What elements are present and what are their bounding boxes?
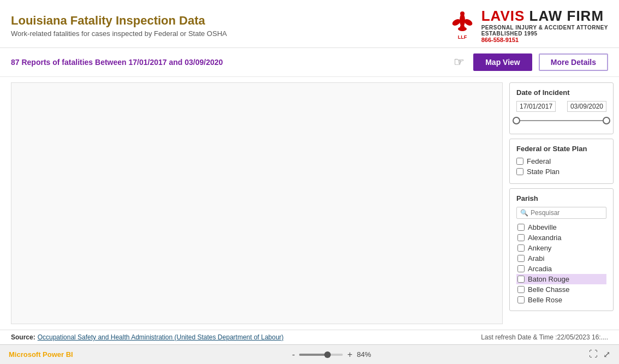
federal-checkbox-row: Federal bbox=[516, 157, 606, 165]
zoom-slider-fill bbox=[299, 354, 328, 356]
footer-left: Source: Occupational Safety and Health A… bbox=[11, 333, 284, 341]
parish-checkbox-ankeny[interactable] bbox=[517, 244, 525, 252]
footer-refresh: Last refresh Date & Time :22/05/2023 16:… bbox=[481, 333, 608, 341]
date-of-incident-card: Date of Incident 17/01/2017 03/09/2020 bbox=[509, 82, 614, 134]
slider-fill bbox=[516, 120, 606, 121]
federal-state-card: Federal or State Plan Federal State Plan bbox=[509, 139, 614, 184]
logo: LLF LAVIS LAW FIRM PERSONAL INJURY & ACC… bbox=[449, 8, 608, 43]
date-of-incident-label: Date of Incident bbox=[516, 88, 606, 97]
logo-text: LAVIS LAW FIRM PERSONAL INJURY & ACCIDEN… bbox=[481, 8, 608, 43]
parish-item: Ankeny bbox=[516, 243, 606, 253]
parish-item-label: Abbeville bbox=[528, 223, 557, 231]
bottom-bar: Microsoft Power BI - + 84% ⛶ ⤢ bbox=[0, 344, 619, 364]
logo-phone: 866-558-9151 bbox=[481, 37, 608, 43]
parish-item-label: Arabi bbox=[528, 254, 544, 262]
slider-thumb-left[interactable] bbox=[513, 117, 520, 124]
logo-tagline: PERSONAL INJURY & ACCIDENT ATTORNEY bbox=[481, 25, 608, 31]
parish-checkbox-belle-rose[interactable] bbox=[517, 296, 525, 303]
date-end-value: 03/09/2020 bbox=[567, 101, 606, 112]
fleur-de-lis-icon: LLF bbox=[449, 9, 476, 42]
hand-pointer-icon: ☞ bbox=[454, 55, 465, 69]
zoom-slider-thumb[interactable] bbox=[324, 351, 331, 358]
parish-checkbox-alexandria[interactable] bbox=[517, 234, 525, 241]
parish-search-input[interactable] bbox=[531, 209, 603, 217]
parish-checkbox-belle-chasse[interactable] bbox=[517, 286, 525, 293]
parish-item: Belle Chasse bbox=[516, 284, 606, 295]
parish-item-label: Belle Rose bbox=[528, 296, 562, 304]
date-start-value: 17/01/2017 bbox=[516, 101, 556, 112]
parish-checkbox-arcadia[interactable] bbox=[517, 265, 525, 272]
header-left: Louisiana Fatality Inspection Data Work-… bbox=[11, 14, 227, 38]
source-label: Source: bbox=[11, 333, 35, 341]
logo-established: ESTABLISHED 1995 bbox=[481, 31, 608, 37]
header: Louisiana Fatality Inspection Data Work-… bbox=[0, 0, 619, 48]
parish-item-label: Baton Rouge bbox=[528, 275, 569, 283]
parish-search-box[interactable]: 🔍 bbox=[516, 207, 606, 219]
right-panel: Date of Incident 17/01/2017 03/09/2020 F… bbox=[507, 77, 619, 330]
power-bi-link[interactable]: Microsoft Power BI bbox=[9, 350, 73, 359]
parish-checkbox-baton-rouge[interactable] bbox=[517, 276, 525, 283]
toolbar: 87 Reports of fatalities Between 17/01/2… bbox=[0, 48, 619, 77]
parish-label: Parish bbox=[516, 194, 606, 202]
parish-checkbox-abbeville[interactable] bbox=[517, 224, 525, 231]
zoom-plus-button[interactable]: + bbox=[346, 350, 353, 360]
parish-item: Arabi bbox=[516, 253, 606, 264]
source-link[interactable]: Occupational Safety and Health Administr… bbox=[38, 333, 284, 341]
zoom-minus-button[interactable]: - bbox=[291, 350, 296, 360]
slider-track bbox=[516, 120, 606, 121]
zoom-controls: - + 84% bbox=[291, 350, 371, 360]
parish-item-label: Belle Chasse bbox=[528, 285, 570, 294]
slider-thumb-right[interactable] bbox=[603, 117, 610, 124]
federal-label: Federal bbox=[527, 157, 551, 165]
state-plan-label: State Plan bbox=[527, 168, 560, 176]
parish-item-label: Arcadia bbox=[528, 265, 552, 273]
parish-item: Baton Rouge bbox=[516, 274, 606, 284]
logo-name: LAVIS LAW FIRM bbox=[481, 8, 608, 25]
parish-checkbox-arabi[interactable] bbox=[517, 255, 525, 262]
state-plan-checkbox-row: State Plan bbox=[516, 168, 606, 176]
report-count: 87 Reports of fatalities Between 17/01/2… bbox=[11, 58, 447, 67]
expand-icon[interactable]: ⤢ bbox=[603, 349, 610, 360]
map-view-button[interactable]: Map View bbox=[473, 53, 532, 71]
page-subtitle: Work-related fatalities for cases inspec… bbox=[11, 29, 227, 38]
zoom-slider[interactable] bbox=[299, 354, 343, 356]
logo-law-firm: LAW FIRM bbox=[525, 8, 604, 24]
parish-item: Belle Rose bbox=[516, 295, 606, 305]
page-title: Louisiana Fatality Inspection Data bbox=[11, 14, 227, 28]
federal-checkbox[interactable] bbox=[516, 158, 523, 165]
svg-rect-6 bbox=[461, 14, 463, 17]
main-content: Date of Incident 17/01/2017 03/09/2020 F… bbox=[0, 77, 619, 330]
date-range-row: 17/01/2017 03/09/2020 bbox=[516, 101, 606, 112]
parish-item-label: Ankeny bbox=[528, 244, 551, 252]
fullscreen-icon[interactable]: ⛶ bbox=[589, 349, 598, 360]
parish-item: Arcadia bbox=[516, 264, 606, 274]
svg-point-4 bbox=[458, 27, 467, 31]
map-area[interactable] bbox=[11, 82, 503, 324]
bottom-icons: ⛶ ⤢ bbox=[589, 349, 610, 360]
parish-search-icon: 🔍 bbox=[520, 209, 528, 217]
zoom-percent: 84% bbox=[357, 350, 371, 359]
svg-text:LLF: LLF bbox=[457, 34, 467, 40]
federal-state-label: Federal or State Plan bbox=[516, 145, 606, 153]
date-range-slider[interactable] bbox=[516, 115, 606, 126]
more-details-button[interactable]: More Details bbox=[539, 53, 608, 71]
state-plan-checkbox[interactable] bbox=[516, 168, 523, 175]
parish-card: Parish 🔍 AbbevilleAlexandriaAnkenyArabiA… bbox=[509, 188, 614, 311]
parish-item: Abbeville bbox=[516, 222, 606, 232]
logo-lavis-red: LAVIS bbox=[481, 8, 525, 24]
footer: Source: Occupational Safety and Health A… bbox=[0, 330, 619, 344]
parish-list: AbbevilleAlexandriaAnkenyArabiArcadiaBat… bbox=[516, 222, 606, 305]
parish-item-label: Alexandria bbox=[528, 234, 561, 242]
parish-item: Alexandria bbox=[516, 232, 606, 243]
